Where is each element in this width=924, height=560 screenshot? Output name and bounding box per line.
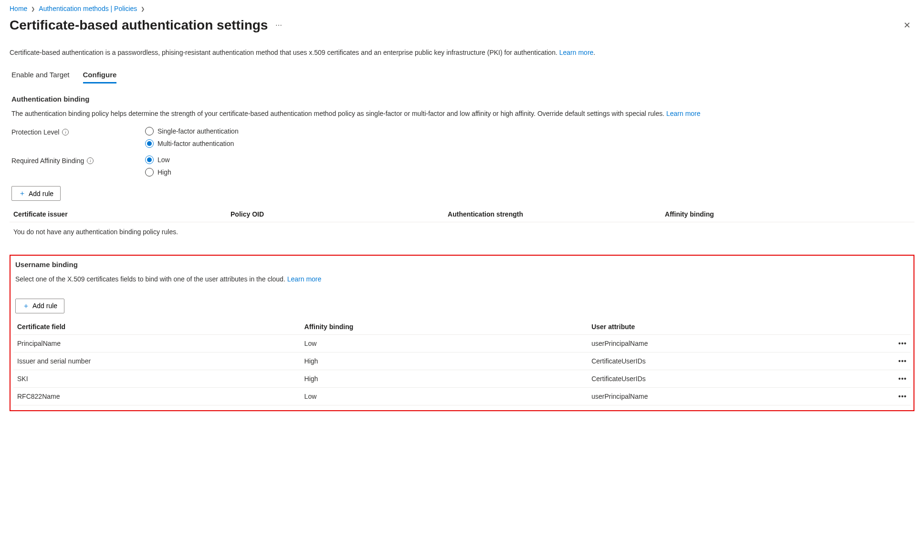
add-rule-button[interactable]: ＋ Add rule xyxy=(11,186,61,201)
affinity-binding-radios: Low High xyxy=(145,156,171,176)
tab-configure[interactable]: Configure xyxy=(83,68,117,83)
plus-icon: ＋ xyxy=(19,189,26,198)
table-row[interactable]: RFC822Name Low userPrincipalName ••• xyxy=(13,387,911,405)
chevron-right-icon: ❯ xyxy=(141,6,145,11)
authentication-binding-section: Authentication binding The authenticatio… xyxy=(10,95,914,241)
info-icon[interactable]: i xyxy=(62,129,69,135)
radio-icon xyxy=(145,156,154,164)
add-rule-button[interactable]: ＋ Add rule xyxy=(15,299,64,313)
page-title: Certificate-based authentication setting… xyxy=(10,18,268,33)
col-certificate-field: Certificate field xyxy=(13,319,301,335)
table-row[interactable]: Issuer and serial number High Certificat… xyxy=(13,352,911,370)
close-icon[interactable]: ✕ xyxy=(900,16,914,34)
radio-multi-factor[interactable]: Multi-factor authentication xyxy=(145,139,239,148)
title-more-menu[interactable]: ⋯ xyxy=(273,20,284,31)
auth-binding-empty: You do not have any authentication bindi… xyxy=(10,222,914,242)
radio-icon xyxy=(145,127,154,135)
affinity-binding-label: Required Affinity Binding i xyxy=(11,156,145,165)
breadcrumb-home[interactable]: Home xyxy=(10,5,27,12)
username-binding-table: Certificate field Affinity binding User … xyxy=(13,319,911,405)
description-text: Certificate-based authentication is a pa… xyxy=(10,49,559,56)
username-binding-highlight: Username binding Select one of the X.509… xyxy=(10,255,914,411)
radio-affinity-low[interactable]: Low xyxy=(145,156,171,164)
learn-more-link[interactable]: Learn more xyxy=(559,49,594,56)
col-auth-strength: Authentication strength xyxy=(444,207,661,222)
auth-binding-heading: Authentication binding xyxy=(10,95,914,103)
row-more-icon[interactable]: ••• xyxy=(892,387,911,405)
table-row[interactable]: SKI High CertificateUserIDs ••• xyxy=(13,370,911,387)
learn-more-link[interactable]: Learn more xyxy=(666,110,701,117)
col-policy-oid: Policy OID xyxy=(227,207,444,222)
row-more-icon[interactable]: ••• xyxy=(892,352,911,370)
tabs: Enable and Target Configure xyxy=(10,68,914,83)
row-more-icon[interactable]: ••• xyxy=(892,334,911,352)
radio-icon xyxy=(145,139,154,148)
plus-icon: ＋ xyxy=(22,301,30,311)
protection-level-label: Protection Level i xyxy=(11,127,145,136)
col-affinity-binding: Affinity binding xyxy=(301,319,588,335)
auth-binding-desc: The authentication binding policy helps … xyxy=(10,109,914,118)
table-row[interactable]: PrincipalName Low userPrincipalName ••• xyxy=(13,334,911,352)
col-affinity-binding: Affinity binding xyxy=(661,207,914,222)
radio-single-factor[interactable]: Single-factor authentication xyxy=(145,127,239,135)
breadcrumb-auth-methods[interactable]: Authentication methods | Policies xyxy=(39,5,137,12)
protection-level-radios: Single-factor authentication Multi-facto… xyxy=(145,127,239,148)
affinity-binding-row: Required Affinity Binding i Low High xyxy=(10,156,914,176)
breadcrumb: Home ❯ Authentication methods | Policies… xyxy=(10,5,914,12)
row-more-icon[interactable]: ••• xyxy=(892,370,911,387)
info-icon[interactable]: i xyxy=(87,157,94,164)
title-row: Certificate-based authentication setting… xyxy=(10,16,914,34)
tab-enable-and-target[interactable]: Enable and Target xyxy=(11,68,70,83)
radio-icon xyxy=(145,168,154,176)
auth-binding-table: Certificate issuer Policy OID Authentica… xyxy=(10,207,914,241)
username-binding-desc: Select one of the X.509 certificates fie… xyxy=(13,274,911,284)
radio-affinity-high[interactable]: High xyxy=(145,168,171,176)
chevron-right-icon: ❯ xyxy=(31,6,35,11)
col-certificate-issuer: Certificate issuer xyxy=(10,207,227,222)
protection-level-row: Protection Level i Single-factor authent… xyxy=(10,127,914,148)
learn-more-link[interactable]: Learn more xyxy=(287,275,322,283)
col-user-attribute: User attribute xyxy=(588,319,892,335)
username-binding-heading: Username binding xyxy=(13,260,911,269)
page-description: Certificate-based authentication is a pa… xyxy=(10,49,914,56)
